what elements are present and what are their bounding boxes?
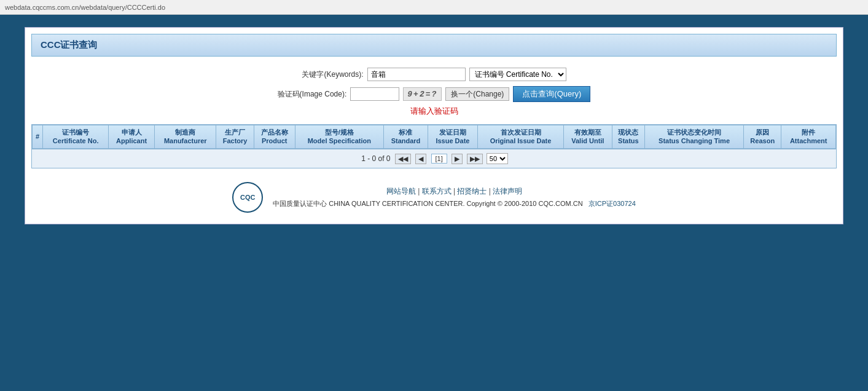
col-valid-until: 有效期至 Valid Until — [563, 125, 612, 149]
pagination-info: 1 - 0 of 0 — [361, 154, 390, 163]
footer-link-guide[interactable]: 网站导航 — [386, 187, 416, 196]
pagination-current: [1] — [431, 154, 447, 164]
col-attachment: 附件 Attachment — [781, 125, 836, 149]
pagination-row: 1 - 0 of 0 ◀◀ ◀ [1] ▶ ▶▶ 50 — [31, 149, 837, 168]
results-table-container: # 证书编号 Certificate No. 申请人 Applicant 制造商… — [31, 124, 837, 149]
footer: CQC 网站导航 | 联系方式 | 招贤纳士 | 法律声明 中国质量认证中心 C… — [31, 168, 837, 218]
col-num: # — [33, 125, 43, 149]
footer-wrapper: CQC 网站导航 | 联系方式 | 招贤纳士 | 法律声明 中国质量认证中心 C… — [232, 182, 636, 213]
footer-links: 网站导航 | 联系方式 | 招贤纳士 | 法律声明 — [273, 186, 636, 197]
page-size-select[interactable]: 50 — [487, 153, 508, 164]
col-cert-no: 证书编号 Certificate No. — [43, 125, 109, 149]
browser-url: webdata.cqccms.com.cn/webdata/query/CCCC… — [5, 4, 165, 11]
col-status: 现状态 Status — [612, 125, 644, 149]
keywords-row: 关键字(Keywords): 证书编号 Certificate No. — [31, 68, 837, 81]
captcha-error: 请输入验证码 — [31, 106, 837, 117]
query-button[interactable]: 点击查询(Query) — [513, 86, 590, 102]
footer-link-recruit[interactable]: 招贤纳士 — [457, 187, 487, 196]
footer-link-contact[interactable]: 联系方式 — [422, 187, 452, 196]
col-model: 型号/规格 Model Specification — [295, 125, 384, 149]
pagination-prev[interactable]: ◀ — [415, 154, 426, 164]
footer-text-block: 网站导航 | 联系方式 | 招贤纳士 | 法律声明 中国质量认证中心 CHINA… — [273, 186, 636, 208]
footer-copyright: 中国质量认证中心 CHINA QUALITY CERTIFICATION CEN… — [273, 199, 636, 208]
search-area: 关键字(Keywords): 证书编号 Certificate No. 验证码(… — [31, 64, 837, 124]
col-status-change: 证书状态变化时间 Status Changing Time — [645, 125, 744, 149]
captcha-label: 验证码(Image Code): — [278, 89, 347, 100]
col-issue-date: 发证日期 Issue Date — [428, 125, 477, 149]
change-captcha-button[interactable]: 换一个(Change) — [445, 87, 509, 101]
col-factory: 生产厂 Factory — [216, 125, 254, 149]
col-manufacturer: 制造商 Manufacturer — [154, 125, 216, 149]
captcha-image: 9+2=? — [403, 87, 442, 101]
col-applicant: 申请人 Applicant — [109, 125, 155, 149]
col-orig-issue: 首次发证日期 Original Issue Date — [478, 125, 564, 149]
pagination-first[interactable]: ◀◀ — [395, 154, 411, 164]
pagination-last[interactable]: ▶▶ — [467, 154, 483, 164]
captcha-input[interactable] — [350, 87, 399, 101]
table-header-row: # 证书编号 Certificate No. 申请人 Applicant 制造商… — [33, 125, 836, 149]
footer-icp-link[interactable]: 京ICP证030724 — [588, 200, 636, 207]
col-standard: 标准 Standard — [384, 125, 428, 149]
results-table: # 证书编号 Certificate No. 申请人 Applicant 制造商… — [32, 125, 836, 149]
captcha-row: 验证码(Image Code): 9+2=? 换一个(Change) 点击查询(… — [31, 86, 837, 102]
col-product: 产品名称 Product — [254, 125, 295, 149]
col-reason: 原因 Reason — [744, 125, 781, 149]
main-container: CCC证书查询 关键字(Keywords): 证书编号 Certificate … — [25, 27, 843, 224]
page-title: CCC证书查询 — [31, 34, 837, 57]
browser-bar: webdata.cqccms.com.cn/webdata/query/CCCC… — [0, 0, 868, 15]
keywords-label: 关键字(Keywords): — [302, 69, 363, 80]
keywords-input[interactable] — [367, 68, 466, 81]
cqc-logo: CQC — [232, 182, 263, 213]
search-type-select[interactable]: 证书编号 Certificate No. — [469, 68, 566, 81]
pagination-next[interactable]: ▶ — [452, 154, 463, 164]
footer-link-legal[interactable]: 法律声明 — [493, 187, 522, 196]
